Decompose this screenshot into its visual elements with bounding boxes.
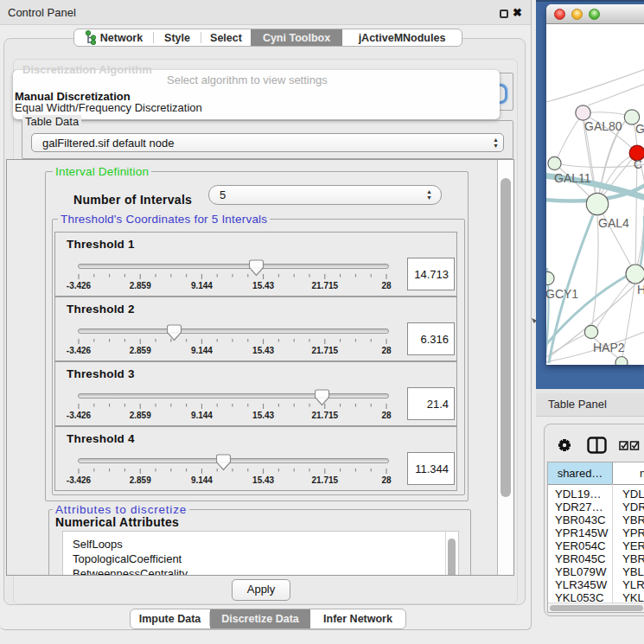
svg-text:GAL11: GAL11 xyxy=(554,171,591,185)
svg-text:GAL4: GAL4 xyxy=(598,216,629,230)
svg-text:GCY1: GCY1 xyxy=(546,287,578,301)
svg-text:GAL80: GAL80 xyxy=(584,119,622,133)
svg-text:H: H xyxy=(637,283,644,296)
svg-text:HAP2: HAP2 xyxy=(593,341,625,354)
svg-text:GA: GA xyxy=(635,122,644,136)
svg-text:C: C xyxy=(634,157,642,171)
